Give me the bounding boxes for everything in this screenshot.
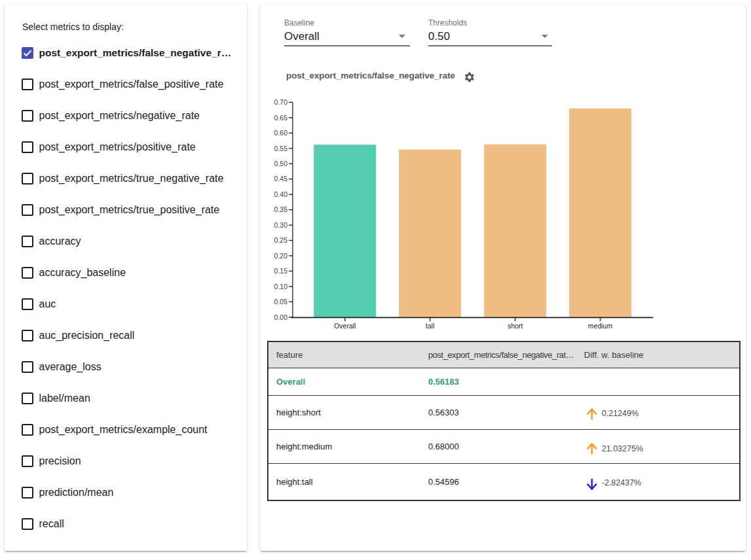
svg-text:0.70: 0.70: [274, 98, 288, 106]
svg-text:0.15: 0.15: [274, 267, 288, 275]
svg-text:0.45: 0.45: [274, 175, 288, 183]
svg-text:0.00: 0.00: [274, 313, 288, 321]
svg-text:0.20: 0.20: [274, 252, 288, 260]
svg-text:0.50: 0.50: [274, 160, 288, 167]
svg-text:0.10: 0.10: [274, 283, 288, 290]
svg-text:0.60: 0.60: [274, 129, 288, 137]
svg-text:0.25: 0.25: [274, 236, 288, 244]
svg-text:0.55: 0.55: [274, 145, 288, 152]
svg-text:0.65: 0.65: [274, 114, 288, 122]
svg-text:short: short: [507, 322, 522, 330]
svg-text:Overall: Overall: [334, 322, 356, 330]
svg-text:0.30: 0.30: [274, 221, 288, 229]
svg-text:tall: tall: [426, 322, 434, 330]
svg-text:0.05: 0.05: [274, 298, 288, 306]
svg-text:0.35: 0.35: [274, 205, 288, 213]
svg-text:medium: medium: [588, 322, 613, 330]
svg-text:0.40: 0.40: [274, 190, 288, 198]
